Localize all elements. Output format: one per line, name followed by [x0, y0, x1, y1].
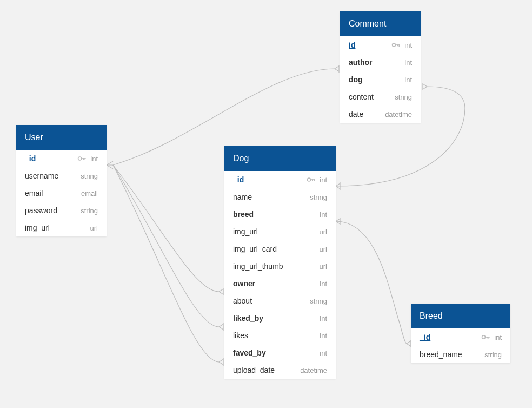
field-row: dogint	[340, 71, 421, 88]
field-row: img_url_cardurl	[224, 240, 336, 258]
field-type: datetime	[300, 366, 327, 374]
field-type: int	[320, 332, 327, 340]
field-name: date	[349, 110, 363, 119]
key-icon	[391, 42, 401, 48]
field-name: _id	[233, 175, 244, 184]
field-type: url	[320, 245, 327, 253]
field-row: liked_byint	[224, 310, 336, 327]
svg-rect-14	[489, 337, 490, 339]
field-name: username	[25, 172, 58, 180]
field-row: breedint	[224, 206, 336, 223]
field-row: contentstring	[340, 88, 421, 106]
svg-point-8	[308, 178, 311, 181]
field-row: aboutstring	[224, 292, 336, 310]
svg-rect-7	[397, 44, 398, 46]
field-name: liked_by	[233, 314, 263, 323]
field-name: dog	[349, 75, 363, 84]
svg-rect-15	[487, 337, 488, 338]
field-row: _id int	[224, 171, 336, 188]
field-type: string	[395, 93, 412, 101]
field-type: int	[404, 58, 412, 67]
svg-rect-10	[314, 179, 315, 181]
field-name: breed_name	[420, 350, 462, 359]
field-row: breed_namestring	[411, 346, 510, 363]
field-type: int	[494, 333, 502, 341]
field-name: _id	[420, 333, 430, 341]
entity-user[interactable]: User _id int usernamestring emailemail p…	[16, 125, 107, 236]
field-row: passwordstring	[16, 202, 107, 219]
field-name: upload_date	[233, 366, 275, 374]
field-row: datedatetime	[340, 106, 421, 123]
entity-title: Dog	[224, 146, 336, 171]
field-type: string	[310, 297, 327, 305]
field-row: namestring	[224, 188, 336, 206]
key-icon	[307, 177, 316, 182]
field-name: likes	[233, 331, 248, 340]
entity-breed[interactable]: Breed _id int breed_namestring	[411, 304, 510, 363]
field-type: int	[320, 280, 327, 288]
field-type: int	[404, 41, 412, 49]
field-name: email	[25, 189, 43, 198]
field-row: img_url_thumburl	[224, 258, 336, 275]
field-row: ownerint	[224, 275, 336, 292]
field-type: string	[81, 207, 98, 215]
key-icon	[481, 334, 491, 340]
field-type: url	[90, 224, 98, 232]
field-row: _id int	[16, 150, 107, 167]
entity-title: Breed	[411, 304, 510, 328]
field-type: int	[320, 176, 327, 184]
field-row: id int	[340, 36, 421, 54]
field-type: int	[90, 155, 98, 163]
entity-title: Comment	[340, 11, 421, 36]
field-name: id	[349, 41, 355, 49]
field-row: img_urlurl	[224, 223, 336, 240]
field-name: owner	[233, 279, 255, 288]
field-name: img_url_card	[233, 245, 277, 253]
svg-point-4	[393, 43, 396, 47]
field-row: authorint	[340, 54, 421, 71]
field-name: img_url	[25, 223, 50, 232]
field-name: password	[25, 206, 57, 215]
field-type: datetime	[385, 110, 412, 119]
key-icon	[77, 156, 87, 161]
field-name: content	[349, 93, 374, 101]
svg-point-12	[482, 335, 486, 339]
entity-title: User	[16, 125, 107, 150]
svg-rect-11	[312, 179, 314, 181]
field-name: author	[349, 58, 373, 67]
field-name: _id	[25, 154, 36, 163]
field-name: about	[233, 297, 252, 305]
field-name: breed	[233, 210, 254, 219]
field-name: img_url_thumb	[233, 262, 283, 271]
field-type: int	[320, 349, 327, 357]
field-name: faved_by	[233, 348, 266, 357]
field-type: url	[320, 262, 327, 271]
field-type: string	[81, 172, 98, 180]
field-row: _id int	[411, 328, 510, 346]
field-type: string	[310, 193, 327, 201]
field-row: emailemail	[16, 185, 107, 202]
field-name: name	[233, 193, 252, 201]
field-row: faved_byint	[224, 344, 336, 361]
field-type: int	[320, 314, 327, 323]
field-type: int	[320, 210, 327, 219]
field-row: upload_datedatetime	[224, 361, 336, 379]
field-name: img_url	[233, 227, 258, 236]
entity-comment[interactable]: Comment id int authorint dogint contents…	[340, 11, 421, 123]
svg-rect-6	[399, 44, 400, 47]
field-type: email	[81, 189, 98, 198]
field-type: int	[404, 76, 412, 84]
entity-dog[interactable]: Dog _id int namestring breedint img_urlu…	[224, 146, 336, 379]
svg-point-0	[78, 157, 82, 160]
field-row: usernamestring	[16, 167, 107, 185]
field-type: url	[320, 228, 327, 236]
svg-rect-2	[85, 158, 86, 160]
field-type: string	[484, 351, 502, 359]
svg-rect-3	[83, 158, 84, 160]
field-row: img_urlurl	[16, 219, 107, 236]
field-row: likesint	[224, 327, 336, 344]
